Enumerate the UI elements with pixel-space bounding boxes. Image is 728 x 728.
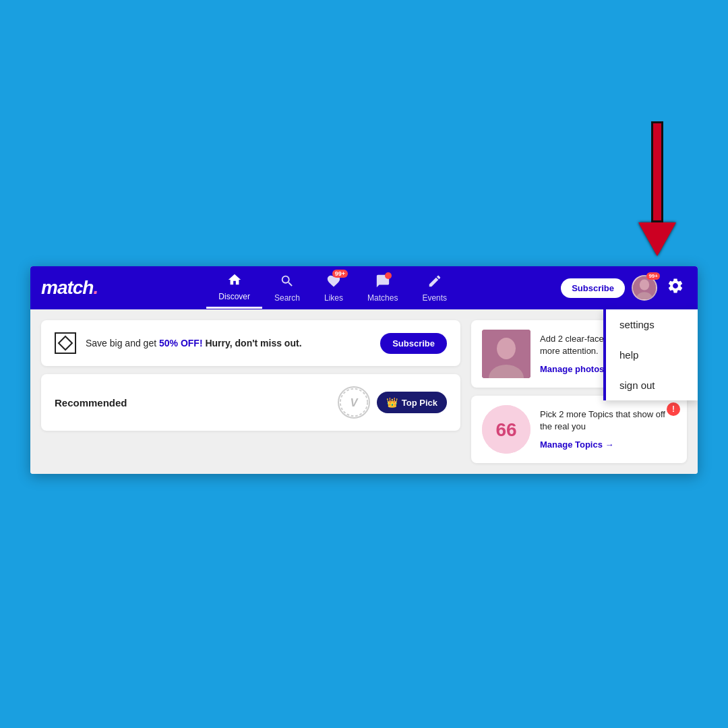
topics-content: Pick 2 more Topics that show off the rea… — [540, 408, 676, 450]
matches-label: Matches — [367, 293, 398, 303]
promo-text-before: Save big and get — [86, 338, 159, 348]
events-icon — [427, 274, 442, 292]
crown-icon: 👑 — [386, 397, 398, 408]
app-container: match. Discover Search 99+ — [30, 266, 698, 474]
diamond-icon — [55, 332, 76, 354]
logo-text: match — [41, 277, 93, 298]
recommended-right: V 👑 Top Pick — [338, 386, 447, 419]
arrow-shaft — [651, 121, 663, 222]
likes-badge: 99+ — [332, 270, 348, 278]
arrow-indicator — [644, 121, 671, 256]
svg-point-1 — [640, 279, 649, 290]
dropdown-item-settings[interactable]: settings — [606, 309, 698, 340]
nav-items: Discover Search 99+ Likes — [111, 267, 554, 309]
recommended-card: Recommended V 👑 Top Pick — [41, 374, 460, 431]
top-pick-label: Top Pick — [402, 398, 437, 408]
alert-badge: ! — [667, 402, 680, 416]
svg-text:66: 66 — [495, 419, 516, 440]
nav-item-discover[interactable]: Discover — [206, 267, 262, 309]
main-content: Save big and get 50% OFF! Hurry, don't m… — [30, 309, 698, 474]
promo-discount: 50% OFF! — [159, 338, 203, 348]
nav-item-likes[interactable]: 99+ Likes — [312, 268, 355, 308]
promo-card: Save big and get 50% OFF! Hurry, don't m… — [41, 320, 460, 366]
events-label: Events — [422, 293, 447, 303]
avatar-badge: 99+ — [646, 272, 660, 280]
likes-label: Likes — [324, 293, 343, 303]
recommended-label: Recommended — [55, 397, 127, 408]
app-logo: match. — [41, 277, 98, 299]
promo-subscribe-button[interactable]: Subscribe — [380, 333, 447, 354]
topics-card-text: Pick 2 more Topics that show off the rea… — [540, 408, 676, 433]
subscribe-button[interactable]: Subscribe — [561, 278, 625, 298]
dropdown-menu: settings help sign out — [603, 309, 698, 400]
manage-topics-link[interactable]: Manage Topics → — [540, 439, 614, 450]
promo-text-after: Hurry, don't miss out. — [203, 338, 302, 348]
dropdown-item-help[interactable]: help — [606, 340, 698, 370]
stamp-circle: V — [338, 386, 370, 419]
topics-visual: 66 — [482, 405, 530, 454]
arrow-head — [638, 222, 676, 256]
left-column: Save big and get 50% OFF! Hurry, don't m… — [41, 320, 460, 463]
chat-icon — [375, 274, 390, 292]
promo-text: Save big and get 50% OFF! Hurry, don't m… — [86, 338, 371, 348]
matches-badge — [385, 272, 392, 279]
navbar: match. Discover Search 99+ — [30, 266, 698, 309]
discover-label: Discover — [218, 292, 250, 301]
heart-icon: 99+ — [326, 274, 341, 292]
nav-right: Subscribe 99+ — [561, 274, 687, 301]
nav-item-events[interactable]: Events — [410, 268, 459, 308]
logo-dot: . — [93, 277, 98, 298]
avatar-container: 99+ — [632, 275, 657, 301]
profile-photo — [482, 330, 530, 378]
home-icon — [227, 272, 242, 291]
top-pick-button[interactable]: 👑 Top Pick — [377, 392, 447, 413]
settings-icon[interactable] — [664, 274, 687, 301]
search-label: Search — [274, 293, 300, 303]
svg-point-7 — [497, 338, 516, 359]
svg-marker-3 — [59, 336, 72, 350]
nav-item-search[interactable]: Search — [262, 268, 312, 308]
search-icon — [280, 274, 295, 292]
svg-text:V: V — [350, 396, 359, 408]
topics-card: 66 Pick 2 more Topics that show off the … — [471, 396, 687, 463]
nav-item-matches[interactable]: Matches — [355, 268, 410, 308]
dropdown-item-sign-out[interactable]: sign out — [606, 370, 698, 400]
